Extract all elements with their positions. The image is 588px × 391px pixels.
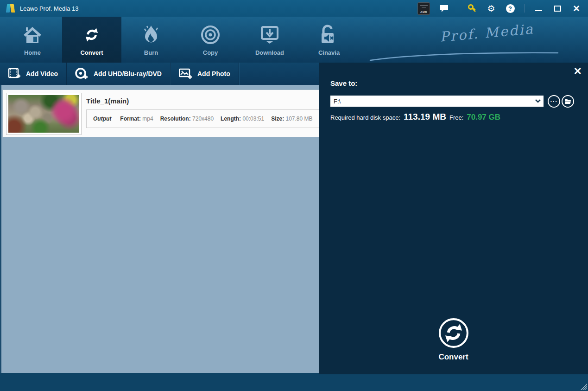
convert-circle-icon bbox=[438, 318, 469, 348]
tab-download[interactable]: Download bbox=[240, 17, 299, 63]
toolbar-separator bbox=[239, 63, 239, 85]
required-space-value: 113.19 MB bbox=[404, 112, 446, 122]
length-field: Length: 00:03:51 bbox=[221, 115, 264, 122]
output-label: Output bbox=[93, 115, 111, 122]
titlebar-separator bbox=[458, 4, 458, 13]
brand-script-text: Prof. Media bbox=[439, 21, 535, 45]
statusbar bbox=[0, 373, 588, 391]
tab-convert[interactable]: Convert bbox=[62, 17, 121, 63]
free-space-value: 70.97 GB bbox=[467, 113, 500, 122]
resize-grip[interactable] bbox=[581, 384, 587, 390]
video-title: Title_1(main) bbox=[86, 97, 129, 105]
disk-space-info: Required hard disk space: 113.19 MB Free… bbox=[330, 112, 500, 122]
toolbar-button-label: Add Video bbox=[26, 70, 58, 77]
tab-copy[interactable]: Copy bbox=[181, 17, 240, 63]
browse-ellipsis-button[interactable]: ··· bbox=[548, 95, 560, 108]
close-button[interactable]: ✕ bbox=[571, 3, 582, 13]
tab-label: Home bbox=[24, 49, 41, 56]
copy-disc-icon bbox=[201, 24, 220, 45]
save-path-input[interactable] bbox=[330, 98, 532, 105]
tab-label: Burn bbox=[144, 49, 158, 56]
titlebar-separator bbox=[524, 4, 525, 13]
open-folder-button[interactable] bbox=[562, 95, 574, 108]
window-title: Leawo Prof. Media 13 bbox=[20, 5, 78, 12]
convert-button-label: Convert bbox=[438, 353, 468, 362]
amd-overlay-icon[interactable]: AMD bbox=[417, 2, 430, 15]
register-key-icon[interactable] bbox=[467, 3, 477, 13]
add-photo-button[interactable]: Add Photo bbox=[171, 63, 239, 85]
burn-flame-icon bbox=[142, 24, 160, 45]
resolution-field: Resolution: 720x480 bbox=[160, 115, 214, 122]
feedback-chat-icon[interactable] bbox=[439, 3, 449, 13]
minimize-button[interactable] bbox=[533, 3, 544, 13]
tab-label: Download bbox=[255, 49, 284, 56]
titlebar: Leawo Prof. Media 13 AMD ⚙ ? ✕ bbox=[0, 0, 588, 17]
convert-settings-panel: ✕ Save to: ··· Required hard disk space:… bbox=[319, 63, 588, 374]
toolbar-button-label: Add Photo bbox=[197, 70, 230, 77]
app-window: Leawo Prof. Media 13 AMD ⚙ ? ✕ bbox=[0, 0, 588, 391]
toolbar: Add Video Add UHD/Blu-ray/DVD Add Photo bbox=[0, 63, 319, 85]
free-space-label: Free: bbox=[449, 114, 463, 121]
convert-icon bbox=[82, 24, 101, 45]
tab-label: Copy bbox=[203, 49, 218, 56]
tab-cinavia[interactable]: Cinavia bbox=[299, 17, 359, 63]
save-path-combobox[interactable] bbox=[330, 96, 544, 107]
settings-gear-icon[interactable]: ⚙ bbox=[486, 3, 496, 13]
help-icon[interactable]: ? bbox=[505, 3, 515, 13]
video-thumbnail bbox=[6, 93, 82, 135]
size-field: Size: 107.80 MB bbox=[271, 115, 312, 122]
main-nav: Home Convert Burn Copy bbox=[0, 17, 588, 63]
file-list-item[interactable]: Title_1(main) Output Format: mp4 Resolut… bbox=[2, 90, 345, 137]
chevron-down-icon[interactable] bbox=[532, 99, 544, 103]
maximize-button[interactable] bbox=[552, 3, 563, 13]
brand-swoosh bbox=[366, 49, 560, 61]
download-icon bbox=[260, 24, 279, 45]
tab-burn[interactable]: Burn bbox=[121, 17, 181, 63]
convert-button[interactable]: Convert bbox=[319, 318, 588, 362]
toolbar-button-label: Add UHD/Blu-ray/DVD bbox=[94, 70, 162, 77]
add-photo-icon bbox=[179, 68, 192, 79]
folder-icon bbox=[564, 98, 571, 104]
leawo-logo-icon bbox=[6, 4, 16, 13]
add-video-icon bbox=[8, 68, 20, 79]
home-icon bbox=[22, 24, 43, 45]
required-space-label: Required hard disk space: bbox=[330, 114, 400, 121]
add-disc-button[interactable]: Add UHD/Blu-ray/DVD bbox=[67, 63, 170, 85]
output-info-box: Output Format: mp4 Resolution: 720x480 L… bbox=[86, 109, 340, 128]
panel-close-icon[interactable]: ✕ bbox=[574, 66, 582, 77]
save-to-label: Save to: bbox=[330, 79, 357, 87]
brand-logo: Prof. Media bbox=[361, 25, 560, 60]
tab-label: Cinavia bbox=[318, 49, 340, 56]
add-video-button[interactable]: Add Video bbox=[0, 63, 66, 85]
format-field: Format: mp4 bbox=[120, 115, 153, 122]
tab-home[interactable]: Home bbox=[3, 17, 62, 63]
cinavia-lock-icon bbox=[320, 24, 338, 45]
add-disc-icon bbox=[75, 68, 88, 80]
tab-label: Convert bbox=[80, 49, 103, 56]
